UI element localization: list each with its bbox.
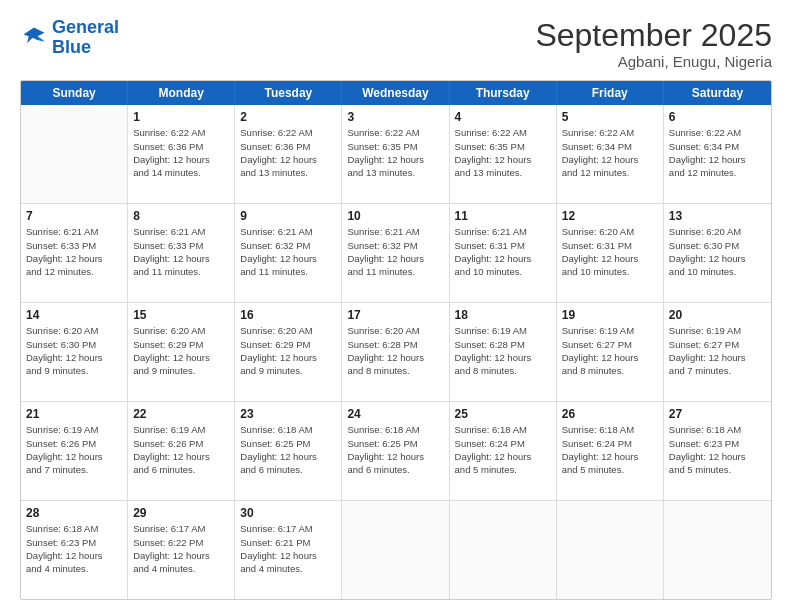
day-info: Sunrise: 6:20 AM Sunset: 6:29 PM Dayligh… [133, 324, 229, 377]
day-info: Sunrise: 6:20 AM Sunset: 6:30 PM Dayligh… [669, 225, 766, 278]
logo-line1: General [52, 17, 119, 37]
day-cell-28: 28Sunrise: 6:18 AM Sunset: 6:23 PM Dayli… [21, 501, 128, 599]
day-cell-6: 6Sunrise: 6:22 AM Sunset: 6:34 PM Daylig… [664, 105, 771, 203]
day-cell-23: 23Sunrise: 6:18 AM Sunset: 6:25 PM Dayli… [235, 402, 342, 500]
empty-cell [557, 501, 664, 599]
day-info: Sunrise: 6:18 AM Sunset: 6:24 PM Dayligh… [455, 423, 551, 476]
day-cell-20: 20Sunrise: 6:19 AM Sunset: 6:27 PM Dayli… [664, 303, 771, 401]
day-number: 8 [133, 208, 229, 224]
day-cell-10: 10Sunrise: 6:21 AM Sunset: 6:32 PM Dayli… [342, 204, 449, 302]
day-number: 1 [133, 109, 229, 125]
day-info: Sunrise: 6:18 AM Sunset: 6:24 PM Dayligh… [562, 423, 658, 476]
day-number: 2 [240, 109, 336, 125]
day-cell-18: 18Sunrise: 6:19 AM Sunset: 6:28 PM Dayli… [450, 303, 557, 401]
empty-cell [342, 501, 449, 599]
day-info: Sunrise: 6:21 AM Sunset: 6:33 PM Dayligh… [133, 225, 229, 278]
day-info: Sunrise: 6:21 AM Sunset: 6:33 PM Dayligh… [26, 225, 122, 278]
weekday-header-wednesday: Wednesday [342, 81, 449, 105]
day-number: 20 [669, 307, 766, 323]
day-cell-22: 22Sunrise: 6:19 AM Sunset: 6:26 PM Dayli… [128, 402, 235, 500]
day-cell-21: 21Sunrise: 6:19 AM Sunset: 6:26 PM Dayli… [21, 402, 128, 500]
day-number: 24 [347, 406, 443, 422]
day-number: 4 [455, 109, 551, 125]
day-cell-1: 1Sunrise: 6:22 AM Sunset: 6:36 PM Daylig… [128, 105, 235, 203]
day-info: Sunrise: 6:20 AM Sunset: 6:30 PM Dayligh… [26, 324, 122, 377]
empty-cell [664, 501, 771, 599]
calendar: SundayMondayTuesdayWednesdayThursdayFrid… [20, 80, 772, 600]
day-number: 26 [562, 406, 658, 422]
day-cell-29: 29Sunrise: 6:17 AM Sunset: 6:22 PM Dayli… [128, 501, 235, 599]
day-info: Sunrise: 6:22 AM Sunset: 6:35 PM Dayligh… [347, 126, 443, 179]
day-number: 11 [455, 208, 551, 224]
day-number: 6 [669, 109, 766, 125]
day-info: Sunrise: 6:22 AM Sunset: 6:36 PM Dayligh… [133, 126, 229, 179]
day-number: 13 [669, 208, 766, 224]
day-info: Sunrise: 6:19 AM Sunset: 6:27 PM Dayligh… [562, 324, 658, 377]
day-cell-8: 8Sunrise: 6:21 AM Sunset: 6:33 PM Daylig… [128, 204, 235, 302]
day-info: Sunrise: 6:20 AM Sunset: 6:29 PM Dayligh… [240, 324, 336, 377]
day-cell-13: 13Sunrise: 6:20 AM Sunset: 6:30 PM Dayli… [664, 204, 771, 302]
logo-line2: Blue [52, 37, 91, 57]
weekday-header-sunday: Sunday [21, 81, 128, 105]
day-number: 12 [562, 208, 658, 224]
weekday-header-tuesday: Tuesday [235, 81, 342, 105]
day-cell-19: 19Sunrise: 6:19 AM Sunset: 6:27 PM Dayli… [557, 303, 664, 401]
logo-icon [20, 24, 48, 52]
day-number: 23 [240, 406, 336, 422]
day-info: Sunrise: 6:21 AM Sunset: 6:31 PM Dayligh… [455, 225, 551, 278]
day-number: 3 [347, 109, 443, 125]
calendar-row-4: 28Sunrise: 6:18 AM Sunset: 6:23 PM Dayli… [21, 501, 771, 599]
day-cell-3: 3Sunrise: 6:22 AM Sunset: 6:35 PM Daylig… [342, 105, 449, 203]
weekday-header-friday: Friday [557, 81, 664, 105]
svg-marker-0 [24, 27, 45, 43]
day-info: Sunrise: 6:17 AM Sunset: 6:22 PM Dayligh… [133, 522, 229, 575]
day-info: Sunrise: 6:19 AM Sunset: 6:27 PM Dayligh… [669, 324, 766, 377]
day-number: 25 [455, 406, 551, 422]
day-cell-2: 2Sunrise: 6:22 AM Sunset: 6:36 PM Daylig… [235, 105, 342, 203]
day-number: 5 [562, 109, 658, 125]
day-number: 29 [133, 505, 229, 521]
calendar-row-0: 1Sunrise: 6:22 AM Sunset: 6:36 PM Daylig… [21, 105, 771, 204]
day-cell-24: 24Sunrise: 6:18 AM Sunset: 6:25 PM Dayli… [342, 402, 449, 500]
day-cell-5: 5Sunrise: 6:22 AM Sunset: 6:34 PM Daylig… [557, 105, 664, 203]
title-block: September 2025 Agbani, Enugu, Nigeria [535, 18, 772, 70]
day-number: 7 [26, 208, 122, 224]
day-number: 30 [240, 505, 336, 521]
calendar-row-3: 21Sunrise: 6:19 AM Sunset: 6:26 PM Dayli… [21, 402, 771, 501]
weekday-header-thursday: Thursday [450, 81, 557, 105]
day-info: Sunrise: 6:20 AM Sunset: 6:28 PM Dayligh… [347, 324, 443, 377]
day-info: Sunrise: 6:18 AM Sunset: 6:25 PM Dayligh… [240, 423, 336, 476]
day-info: Sunrise: 6:19 AM Sunset: 6:26 PM Dayligh… [133, 423, 229, 476]
header: General Blue September 2025 Agbani, Enug… [20, 18, 772, 70]
day-number: 18 [455, 307, 551, 323]
day-info: Sunrise: 6:17 AM Sunset: 6:21 PM Dayligh… [240, 522, 336, 575]
day-info: Sunrise: 6:18 AM Sunset: 6:23 PM Dayligh… [26, 522, 122, 575]
day-info: Sunrise: 6:22 AM Sunset: 6:34 PM Dayligh… [669, 126, 766, 179]
calendar-header: SundayMondayTuesdayWednesdayThursdayFrid… [21, 81, 771, 105]
day-number: 22 [133, 406, 229, 422]
empty-cell [21, 105, 128, 203]
day-info: Sunrise: 6:21 AM Sunset: 6:32 PM Dayligh… [240, 225, 336, 278]
day-info: Sunrise: 6:19 AM Sunset: 6:28 PM Dayligh… [455, 324, 551, 377]
day-number: 27 [669, 406, 766, 422]
day-cell-27: 27Sunrise: 6:18 AM Sunset: 6:23 PM Dayli… [664, 402, 771, 500]
day-number: 17 [347, 307, 443, 323]
day-number: 15 [133, 307, 229, 323]
day-cell-12: 12Sunrise: 6:20 AM Sunset: 6:31 PM Dayli… [557, 204, 664, 302]
logo-text: General Blue [52, 18, 119, 58]
day-info: Sunrise: 6:18 AM Sunset: 6:23 PM Dayligh… [669, 423, 766, 476]
day-cell-15: 15Sunrise: 6:20 AM Sunset: 6:29 PM Dayli… [128, 303, 235, 401]
page: General Blue September 2025 Agbani, Enug… [0, 0, 792, 612]
day-number: 21 [26, 406, 122, 422]
day-number: 10 [347, 208, 443, 224]
day-info: Sunrise: 6:18 AM Sunset: 6:25 PM Dayligh… [347, 423, 443, 476]
day-cell-7: 7Sunrise: 6:21 AM Sunset: 6:33 PM Daylig… [21, 204, 128, 302]
location: Agbani, Enugu, Nigeria [535, 53, 772, 70]
day-cell-17: 17Sunrise: 6:20 AM Sunset: 6:28 PM Dayli… [342, 303, 449, 401]
empty-cell [450, 501, 557, 599]
day-cell-30: 30Sunrise: 6:17 AM Sunset: 6:21 PM Dayli… [235, 501, 342, 599]
day-info: Sunrise: 6:22 AM Sunset: 6:34 PM Dayligh… [562, 126, 658, 179]
calendar-row-1: 7Sunrise: 6:21 AM Sunset: 6:33 PM Daylig… [21, 204, 771, 303]
calendar-body: 1Sunrise: 6:22 AM Sunset: 6:36 PM Daylig… [21, 105, 771, 599]
day-cell-14: 14Sunrise: 6:20 AM Sunset: 6:30 PM Dayli… [21, 303, 128, 401]
